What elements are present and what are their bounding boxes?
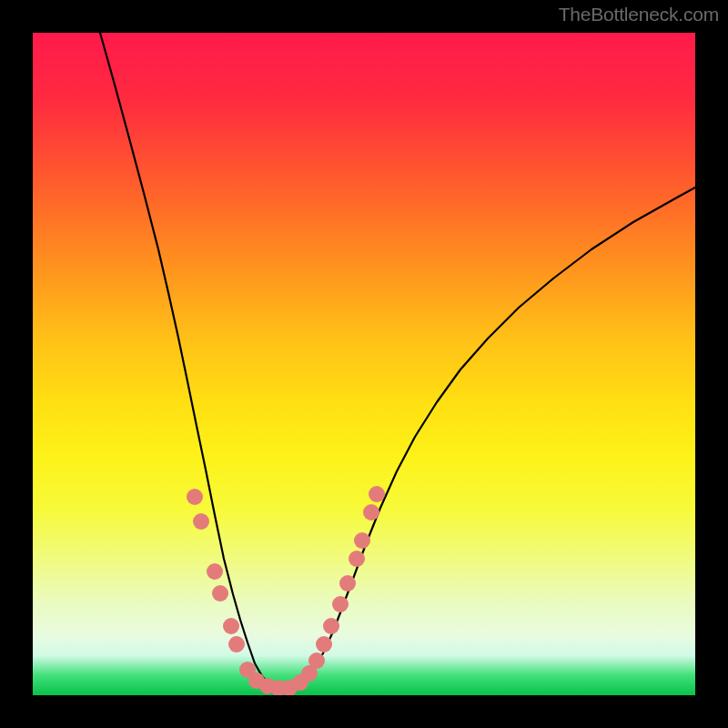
marker-dot — [354, 532, 370, 549]
marker-dot — [323, 618, 339, 634]
marker-dot — [363, 504, 379, 521]
marker-dot — [332, 596, 349, 612]
bottleneck-curve — [100, 33, 695, 688]
marker-dot — [212, 585, 228, 602]
marker-dot — [187, 489, 203, 505]
plot-area — [33, 33, 695, 695]
chart-frame: TheBottleneck.com — [0, 0, 728, 728]
marker-dot — [308, 652, 325, 669]
marker-dot — [316, 636, 332, 652]
watermark-text: TheBottleneck.com — [559, 4, 719, 25]
marker-dot — [193, 513, 209, 530]
marker-dot — [207, 563, 223, 580]
marker-dot — [339, 575, 356, 592]
marker-dot — [369, 486, 385, 502]
marker-dot — [228, 636, 245, 652]
marker-dot — [223, 618, 239, 634]
highlighted-markers — [187, 486, 385, 695]
chart-svg — [33, 33, 695, 695]
marker-dot — [349, 551, 365, 567]
